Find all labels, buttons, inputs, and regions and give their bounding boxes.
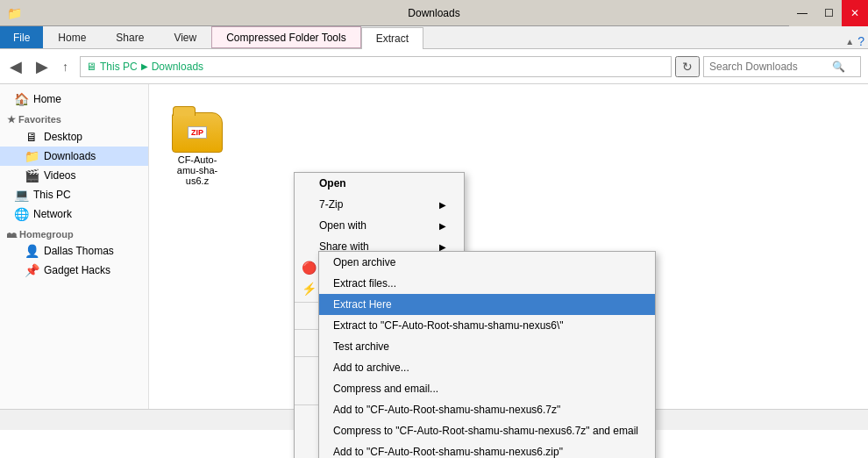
tab-home[interactable]: Home [43,26,101,48]
sidebar-item-downloads[interactable]: 📁 Downloads [0,147,148,166]
sidebar: 🏠 Home ★ Favorites 🖥 Desktop 📁 Downloads… [0,84,149,409]
sub-extract-to-label: Extract to "CF-Auto-Root-shamu-shamu-nex… [333,319,564,332]
main-layout: 🏠 Home ★ Favorites 🖥 Desktop 📁 Downloads… [0,84,868,409]
tab-share[interactable]: Share [101,26,159,48]
ctx-7zip-label: 7-Zip [319,198,343,211]
sub-add-to-archive-label: Add to archive... [333,361,409,374]
sub-add-to-zip-label: Add to "CF-Auto-Root-shamu-shamu-nexus6.… [333,446,563,458]
tab-extract[interactable]: Extract [361,27,423,49]
sub-open-archive[interactable]: Open archive [319,252,655,273]
sub-compress-email-label: Compress and email... [333,383,438,395]
file-name: CF-Auto-amu-sha-us6.z [177,154,217,186]
this-pc-link[interactable]: This PC [100,61,138,73]
ribbon-tabs: File Home Share View Compressed Folder T… [0,26,868,49]
videos-icon: 🎬 [25,168,39,182]
ctx-share-with-arrow: ▶ [439,242,446,252]
sidebar-section-homegroup: 🏘 Homegroup [0,224,148,241]
file-item-zip[interactable]: ZIP CF-Auto-amu-sha-us6.z [158,93,237,190]
up-button[interactable]: ↑ [56,54,75,80]
sub-add-to-7z[interactable]: Add to "CF-Auto-Root-shamu-shamu-nexus6.… [319,399,655,420]
user-icon: 👤 [25,244,39,258]
sub-extract-here[interactable]: Extract Here [319,294,655,315]
sub-extract-files-label: Extract files... [333,277,396,290]
sidebar-section-favorites: ★ Favorites [0,109,148,127]
ctx-open-with-arrow: ▶ [439,221,446,231]
sidebar-item-dallas-thomas[interactable]: 👤 Dallas Thomas [0,241,148,261]
sidebar-item-videos[interactable]: 🎬 Videos [0,166,148,185]
bluetooth-icon: ⚡ [302,282,317,296]
sidebar-label-videos: Videos [44,169,75,182]
ctx-open-with-label: Open with [319,219,366,232]
sidebar-label-desktop: Desktop [44,131,82,143]
pushbullet-icon: 🔴 [302,261,317,275]
toolbar: ◀ ▶ ↑ 🖥 This PC ▶ Downloads ↻ 🔍 [0,49,868,84]
desktop-icon: 🖥 [25,130,39,144]
sub-test-archive-label: Test archive [333,340,389,353]
sub-add-to-zip[interactable]: Add to "CF-Auto-Root-shamu-shamu-nexus6.… [319,441,655,458]
minimize-button[interactable]: — [789,0,815,26]
network-icon: 🌐 [14,207,28,221]
title-bar-controls: — ☐ ✕ [789,0,868,25]
sidebar-label-this-pc: This PC [33,189,71,201]
tab-compressed-folder-tools[interactable]: Compressed Folder Tools [211,26,361,48]
ctx-7zip-arrow: ▶ [439,200,446,210]
sub-compress-email-7z[interactable]: Compress to "CF-Auto-Root-shamu-shamu-ne… [319,420,655,441]
title-bar: 📁 Downloads — ☐ ✕ [0,0,868,26]
sidebar-label-downloads: Downloads [44,150,96,162]
gadget-hacks-icon: 📌 [25,263,39,277]
sidebar-label-dallas-thomas: Dallas Thomas [44,245,114,257]
content-area: ZIP CF-Auto-amu-sha-us6.z Open 7-Zip ▶ O… [149,84,868,409]
sub-test-archive[interactable]: Test archive [319,336,655,357]
search-icon: 🔍 [832,61,845,73]
tab-file[interactable]: File [0,26,43,48]
path-arrow: ▶ [141,61,148,71]
downloads-icon: 📁 [25,149,39,163]
ribbon-chevron-icon[interactable]: ▲ [845,37,854,47]
sub-open-archive-label: Open archive [333,256,395,268]
sub-add-to-archive[interactable]: Add to archive... [319,357,655,378]
zip-icon: ZIP [169,97,225,153]
sub-menu: Open archive Extract files... Extract He… [318,251,656,458]
sub-compress-email-7z-label: Compress to "CF-Auto-Root-shamu-shamu-ne… [333,425,638,437]
ctx-open-with[interactable]: Open with ▶ [295,215,464,236]
refresh-button[interactable]: ↻ [675,56,700,77]
address-path[interactable]: 🖥 This PC ▶ Downloads [80,56,672,77]
ribbon-right: ▲ ? [845,34,868,48]
downloads-link[interactable]: Downloads [152,61,203,73]
sidebar-label-network: Network [33,208,72,220]
sub-extract-to[interactable]: Extract to "CF-Auto-Root-shamu-shamu-nex… [319,315,655,336]
ctx-open[interactable]: Open [295,173,464,194]
sub-add-to-7z-label: Add to "CF-Auto-Root-shamu-shamu-nexus6.… [333,404,560,416]
sidebar-item-network[interactable]: 🌐 Network [0,204,148,224]
maximize-button[interactable]: ☐ [815,0,842,26]
title-bar-title: Downloads [408,7,459,19]
tab-view[interactable]: View [159,26,211,48]
sidebar-item-gadget-hacks[interactable]: 📌 Gadget Hacks [0,261,148,280]
sidebar-item-this-pc[interactable]: 💻 This PC [0,185,148,204]
sub-extract-files[interactable]: Extract files... [319,273,655,294]
search-input[interactable] [709,61,832,73]
zip-label: ZIP [188,126,207,139]
sub-compress-email[interactable]: Compress and email... [319,378,655,399]
home-icon: 🏠 [14,92,28,106]
help-icon[interactable]: ? [857,34,864,48]
ctx-7zip[interactable]: 7-Zip ▶ [295,194,464,215]
sidebar-item-desktop[interactable]: 🖥 Desktop [0,127,148,147]
this-pc-icon: 💻 [14,188,28,202]
ctx-open-label: Open [319,177,346,190]
zip-folder-shape: ZIP [172,112,223,153]
sub-extract-here-label: Extract Here [333,298,392,311]
search-box[interactable]: 🔍 [703,56,861,77]
back-button[interactable]: ◀ [4,54,28,80]
close-button[interactable]: ✕ [842,0,868,26]
sidebar-label-home: Home [33,93,61,105]
sidebar-label-gadget-hacks: Gadget Hacks [44,264,110,276]
forward-button[interactable]: ▶ [30,54,54,80]
sidebar-item-home[interactable]: 🏠 Home [0,89,148,109]
address-bar: 🖥 This PC ▶ Downloads ↻ 🔍 [76,49,864,83]
